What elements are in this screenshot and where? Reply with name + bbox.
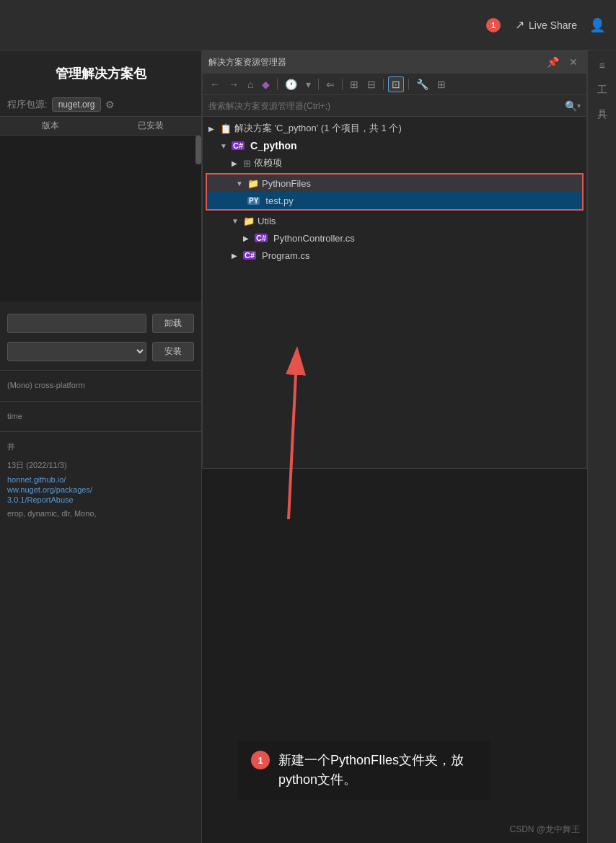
- link-github[interactable]: honnet.github.io/: [0, 475, 201, 485]
- link-nuget[interactable]: ww.nuget.org/packages/: [0, 485, 201, 495]
- install-button[interactable]: 安装: [152, 342, 194, 361]
- notification-badge: 1: [486, 18, 501, 32]
- uninstall-button[interactable]: 卸载: [152, 314, 194, 333]
- toolbar-wrench[interactable]: 🔧: [413, 77, 431, 92]
- toolbar-sep-1: [277, 79, 278, 90]
- py-icon: PY: [247, 197, 260, 205]
- install-row: 安装: [0, 339, 201, 364]
- pin-button[interactable]: 📌: [544, 55, 562, 69]
- csharp-icon: C#: [232, 141, 245, 150]
- dependency-label: 依赖项: [254, 156, 282, 169]
- expand-arrow-project: ▼: [220, 142, 232, 150]
- solution-explorer-title: 解决方案资源管理器: [208, 56, 540, 69]
- solution-icon: 📋: [220, 123, 232, 134]
- toolbar-sep-2: [318, 79, 319, 90]
- version-select[interactable]: [7, 342, 146, 361]
- info-date: 13日 (2022/11/3): [0, 456, 201, 475]
- annotation-tooltip: 1 新建一个PythonFIles文件夹，放python文件。: [238, 741, 490, 800]
- gear-icon[interactable]: ⚙: [105, 99, 115, 110]
- program-label: Program.cs: [262, 250, 309, 261]
- right-sidebar-icon-2[interactable]: 工: [591, 79, 613, 101]
- solution-label: 解决方案 'C_python' (1 个项目，共 1 个): [234, 122, 402, 135]
- source-label: 程序包源:: [7, 98, 48, 111]
- project-item[interactable]: ▼ C# C_python: [203, 137, 586, 154]
- python-files-highlight-box: ▼ 📁 PythonFiles PY test.py: [206, 173, 584, 211]
- test-py-item[interactable]: PY test.py: [207, 192, 582, 209]
- lower-area: 1 新建一个PythonFIles文件夹，放python文件。: [202, 469, 587, 843]
- info-mono: (Mono) cross-platform: [0, 376, 201, 395]
- close-button[interactable]: ✕: [566, 55, 581, 69]
- expand-arrow-utils: ▼: [232, 217, 243, 225]
- toolbar-dropdown[interactable]: ▾: [303, 77, 314, 92]
- dependencies-item[interactable]: ▶ ⊞ 依赖项: [203, 154, 586, 172]
- live-share-button[interactable]: ↗ Live Share: [506, 14, 586, 36]
- package-table: [0, 136, 201, 305]
- utils-label: Utils: [258, 216, 276, 226]
- toolbar-fwd[interactable]: →: [226, 77, 242, 92]
- toolbar-back[interactable]: ←: [207, 77, 223, 92]
- toolbar-sep-4: [383, 79, 384, 90]
- toolbar-active[interactable]: ⊡: [388, 76, 404, 92]
- toolbar-undo[interactable]: ⇐: [323, 77, 338, 92]
- annotation-arrow: [245, 332, 332, 534]
- folder-icon-utils: 📁: [243, 216, 255, 226]
- expand-arrow-program: ▶: [232, 252, 243, 260]
- python-files-folder[interactable]: ▼ 📁 PythonFiles: [207, 175, 582, 192]
- search-icon[interactable]: 🔍: [565, 100, 577, 112]
- source-dropdown[interactable]: nuget.org: [52, 97, 102, 112]
- top-bar: 1 ↗ Live Share 👤: [0, 0, 616, 50]
- divider-1: [0, 370, 201, 371]
- toolbar-home[interactable]: ⌂: [245, 77, 256, 92]
- version-header: 版本: [0, 117, 101, 135]
- search-bar: 🔍 ▾: [203, 95, 586, 117]
- toolbar-vs-icon[interactable]: ◆: [259, 77, 273, 92]
- tree-view: ▶ 📋 解决方案 'C_python' (1 个项目，共 1 个) ▼ C# C…: [203, 117, 586, 267]
- user-icon: 👤: [589, 17, 605, 33]
- installed-header: 已安装: [101, 117, 202, 135]
- annotation-text: 新建一个PythonFIles文件夹，放python文件。: [278, 751, 478, 790]
- info-hash: 井: [0, 438, 201, 456]
- toolbar-history[interactable]: 🕐: [282, 77, 300, 92]
- search-dropdown[interactable]: ▾: [577, 102, 581, 110]
- solution-titlebar: 解决方案资源管理器 📌 ✕: [203, 50, 586, 74]
- right-sidebar-icon-1[interactable]: ≡: [591, 55, 613, 76]
- divider-2: [0, 401, 201, 402]
- expand-arrow-pc: ▶: [243, 234, 255, 242]
- svg-line-1: [289, 375, 296, 519]
- expand-arrow-pyfiles: ▼: [236, 180, 247, 187]
- link-report[interactable]: 3.0.1/ReportAbuse: [0, 495, 201, 505]
- csharp-icon-controller: C#: [255, 234, 268, 242]
- toolbar-sep-5: [408, 79, 409, 90]
- scrollbar[interactable]: [195, 136, 201, 164]
- toolbar-layout2[interactable]: ⊟: [364, 77, 379, 92]
- python-controller-label: PythonController.cs: [273, 233, 355, 244]
- project-name: C_python: [250, 140, 297, 151]
- python-controller-item[interactable]: ▶ C# PythonController.cs: [203, 229, 586, 247]
- right-sidebar-icon-3[interactable]: 具: [591, 104, 613, 125]
- csdn-watermark: CSDN @龙中舞王: [509, 824, 580, 836]
- solution-root[interactable]: ▶ 📋 解决方案 'C_python' (1 个项目，共 1 个): [203, 120, 586, 137]
- version-input[interactable]: [7, 314, 146, 333]
- folder-icon-python: 📁: [247, 178, 259, 189]
- deps-icon: ⊞: [243, 158, 251, 169]
- divider-3: [0, 431, 201, 432]
- live-share-label: Live Share: [529, 19, 577, 31]
- toolbar-more[interactable]: ⊞: [434, 77, 449, 92]
- search-input[interactable]: [208, 101, 565, 111]
- utils-folder[interactable]: ▼ 📁 Utils: [203, 212, 586, 229]
- toolbar-sep-3: [342, 79, 343, 90]
- package-list: [0, 136, 201, 301]
- table-header: 版本 已安装: [0, 116, 201, 136]
- expand-arrow-solution: ▶: [208, 125, 220, 133]
- program-item[interactable]: ▶ C# Program.cs: [203, 247, 586, 264]
- annotation-badge: 1: [251, 751, 270, 769]
- info-tags: erop, dynamic, dlr, Mono,: [0, 505, 201, 524]
- toolbar-layout[interactable]: ⊞: [347, 77, 361, 92]
- source-row: 程序包源: nuget.org ⚙: [0, 93, 201, 116]
- right-sidebar: ≡ 工 具: [587, 50, 616, 843]
- package-manager-panel: 管理解决方案包 程序包源: nuget.org ⚙ 版本 已安装 卸载 安装 (…: [0, 50, 202, 843]
- user-icon-button[interactable]: 👤: [586, 14, 609, 37]
- python-files-label: PythonFiles: [262, 178, 311, 189]
- share-icon: ↗: [515, 18, 524, 32]
- panel-title: 管理解决方案包: [0, 50, 201, 93]
